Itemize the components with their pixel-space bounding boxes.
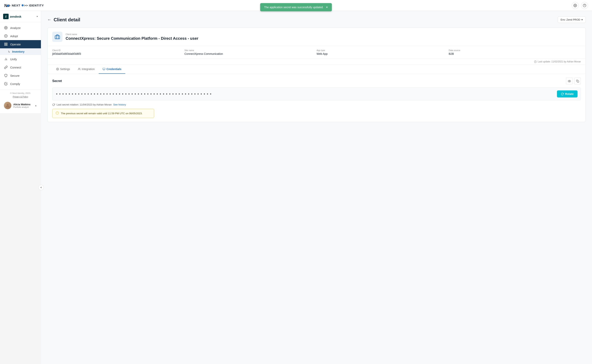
svg-point-3 (575, 5, 576, 6)
sidebar-container: Z zendesk ▾ Analyze (0, 11, 41, 364)
tab-settings[interactable]: Settings (52, 65, 74, 74)
sidebar-item-label-adopt: Adopt (10, 34, 18, 38)
sidebar-nav: Analyze Adopt Op (0, 22, 41, 89)
env-chevron-icon: ▾ (581, 18, 583, 21)
tab-integration-label: Integration (82, 67, 95, 71)
meta-value-data-source: B2B (449, 52, 581, 55)
rotate-label: Rotate (565, 92, 574, 96)
rotation-info-text: Last secret rotation: 11/04/2023 by Adri… (57, 103, 112, 106)
meta-site-name: Site name ConnectXpress Communication (184, 49, 317, 55)
toast-message: The application secret was successfully … (264, 6, 324, 9)
meta-client-id: Client ID jbf3dabf3d6f3dabf3d6f3 (52, 49, 184, 55)
see-history-link[interactable]: See history (113, 103, 126, 106)
tabs: Settings Integration Credentials (48, 65, 585, 74)
meta-label-app-type: App type (317, 49, 449, 52)
help-button[interactable] (581, 2, 588, 9)
svg-text:>>: >> (8, 3, 10, 8)
meta-value-site-name: ConnectXpress Communication (184, 52, 317, 55)
comply-icon (4, 82, 8, 86)
sidebar-item-adopt[interactable]: Adopt (0, 32, 41, 40)
gear-icon (573, 4, 577, 7)
sub-arrow-icon: ↳ (8, 50, 10, 53)
back-button[interactable]: ← (47, 17, 51, 22)
header-right (572, 2, 588, 9)
warning-icon (56, 111, 59, 116)
sidebar-item-unify[interactable]: Unify (0, 55, 41, 63)
client-icon (52, 32, 62, 42)
svg-point-7 (5, 27, 7, 28)
secure-icon (4, 74, 8, 78)
copy-secret-button[interactable] (574, 78, 581, 84)
credentials-tab-icon (103, 68, 105, 71)
secret-row: ••••••••••••••••••••••••••••••••••••••••… (52, 87, 581, 100)
clock-icon (534, 60, 537, 63)
copy-icon (576, 80, 579, 83)
privacy-link[interactable]: Privacy & Policy (3, 96, 38, 98)
user-info: Alicia Watkins Portfolio analyst (13, 103, 33, 108)
tab-integration[interactable]: Integration (74, 65, 99, 74)
warning-box: The previous secret will remain valid un… (52, 109, 154, 118)
meta-label-data-source: Data source (449, 49, 581, 52)
sidebar-item-comply[interactable]: Comply (0, 80, 41, 88)
org-selector[interactable]: Z zendesk ▾ (0, 11, 41, 22)
meta-data-source: Data source B2B (449, 49, 581, 55)
page-title: Client detail (54, 17, 80, 22)
rotation-info: Last secret rotation: 11/04/2023 by Adri… (52, 103, 581, 106)
sidebar-item-label-secure: Secure (10, 74, 20, 77)
svg-rect-13 (6, 45, 7, 46)
section-actions (566, 78, 581, 84)
page-header: ← Client detail Env: Zend PROD ▾ (47, 16, 586, 23)
user-profile: Alicia Watkins Portfolio analyst ▲ (3, 100, 38, 111)
warning-text: The previous secret will remain valid un… (61, 112, 143, 115)
sidebar-item-label-comply: Comply (10, 82, 20, 85)
section-title: Secret (52, 79, 62, 83)
meta-label-site-name: Site name (184, 49, 317, 52)
user-role: Portfolio analyst (13, 106, 33, 108)
meta-app-type: App type Web App (317, 49, 449, 55)
sidebar-item-connect[interactable]: Connect (0, 63, 41, 72)
view-secret-button[interactable] (566, 78, 572, 84)
svg-rect-12 (6, 43, 7, 44)
sidebar-item-label-connect: Connect (10, 66, 21, 69)
sidebar-item-label-operate: Operate (10, 43, 21, 46)
tab-settings-label: Settings (60, 67, 70, 71)
settings-button[interactable] (572, 2, 579, 9)
env-selector-dropdown[interactable]: Env: Zend PROD ▾ (558, 16, 586, 23)
success-toast: The application secret was successfully … (260, 3, 332, 11)
zendesk-icon: Z (3, 14, 9, 19)
operate-icon (4, 42, 8, 46)
secret-value: ••••••••••••••••••••••••••••••••••••••••… (56, 91, 555, 96)
logo-area: N ✱ >> NEXT ✱>> IDENTITY (4, 2, 44, 9)
sidebar: Z zendesk ▾ Analyze (0, 11, 41, 113)
question-icon (583, 4, 586, 7)
org-name: zendesk (10, 15, 21, 18)
rotate-button[interactable]: Rotate (557, 91, 578, 98)
last-update: Last update: 11/02/2021 by Adrian Moran (48, 59, 585, 65)
client-card: Client name ConnectXpress: Secure Commun… (47, 28, 586, 122)
avatar (4, 102, 11, 109)
sidebar-item-analyze[interactable]: Analyze (0, 24, 41, 32)
unify-icon (4, 57, 8, 61)
last-update-text: Last update: 11/02/2021 by Adrian Moran (538, 60, 581, 63)
user-menu-chevron-icon[interactable]: ▲ (35, 104, 37, 107)
main-layout: Z zendesk ▾ Analyze (0, 11, 592, 364)
sidebar-item-inventory[interactable]: ↳ Inventory (0, 48, 41, 55)
sidebar-collapse-button[interactable] (38, 185, 44, 190)
section-header: Secret (52, 78, 581, 84)
tab-credentials[interactable]: Credentials (99, 65, 125, 74)
client-name-value: ConnectXpress: Secure Communication Plat… (65, 36, 198, 41)
svg-rect-14 (5, 45, 6, 46)
svg-point-18 (57, 69, 58, 70)
sidebar-item-secure[interactable]: Secure (0, 72, 41, 80)
svg-rect-24 (577, 81, 579, 82)
svg-rect-20 (103, 68, 105, 70)
logo-star-icon: N ✱ >> (4, 2, 10, 9)
env-label: Env: Zend PROD (561, 18, 580, 21)
org-logo: Z zendesk (3, 14, 21, 19)
sidebar-item-operate[interactable]: Operate (0, 40, 41, 48)
rotation-clock-icon (52, 103, 55, 106)
analyze-icon (4, 26, 8, 30)
logo-text: NEXT ✱>> IDENTITY (12, 4, 44, 7)
toast-close-button[interactable]: × (326, 6, 328, 9)
org-chevron-icon: ▾ (37, 15, 38, 18)
